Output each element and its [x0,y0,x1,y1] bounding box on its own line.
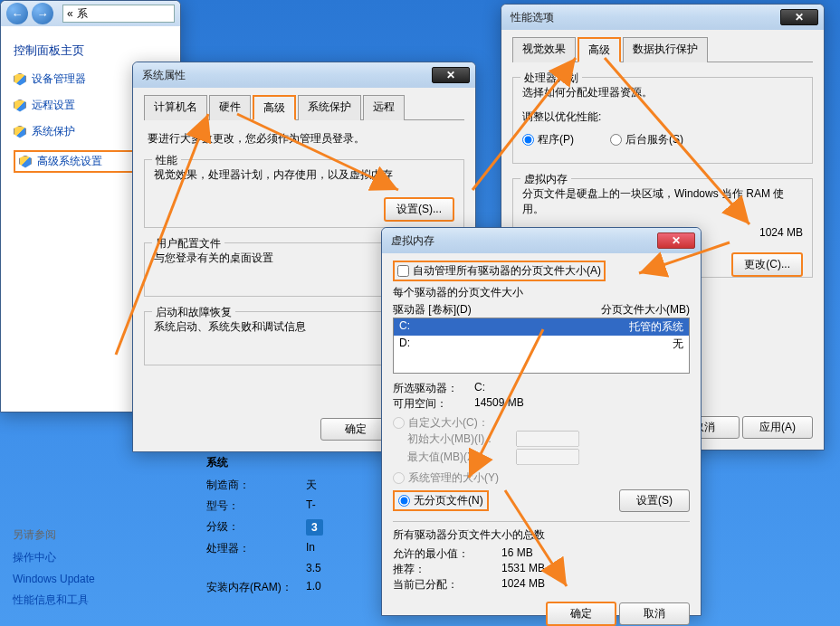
sched-adjust: 调整以优化性能: [522,109,803,125]
perfopt-apply-button[interactable]: 应用(A) [742,416,813,439]
back-button[interactable]: ← [6,3,28,24]
vmem-desc: 分页文件是硬盘上的一块区域，Windows 当作 RAM 使用。 [522,186,803,217]
sched-title: 处理器计划 [520,71,582,86]
tab-dep[interactable]: 数据执行保护 [623,37,708,62]
shield-icon [14,126,26,138]
perfopt-title: 性能选项 [511,10,780,25]
close-button[interactable]: ✕ [432,67,470,83]
perf-group-title: 性能 [152,153,181,168]
seealso-perf-info[interactable]: 性能信息和工具 [13,593,95,608]
radio-custom-size[interactable]: 自定义大小(C)： [393,415,690,431]
tab-computer-name[interactable]: 计算机名 [144,95,207,120]
selected-drive: C: [474,381,485,396]
tab-remote[interactable]: 远程 [363,95,405,120]
sysinfo-cpu-label: 处理器： [206,541,306,556]
sysinfo-heading: 系统 [206,455,378,470]
breadcrumb-chevron-icon: « [67,7,73,20]
radio-background[interactable]: 后台服务(S) [610,132,683,147]
sysinfo-manufacturer: 天 [306,478,378,493]
min-value: 16 MB [501,546,533,562]
vmdlg-ok-button[interactable]: 确定 [546,602,616,626]
admin-note: 要进行大多数更改，您必须作为管理员登录。 [148,131,461,147]
auto-manage-checkbox[interactable]: 自动管理所有驱动器的分页文件大小(A) [393,261,606,281]
cur-label: 当前已分配： [393,577,501,593]
perfopt-tabs: 视觉效果 高级 数据执行保护 [512,37,813,62]
sysprops-tabs: 计算机名 硬件 高级 系统保护 远程 [144,95,464,120]
sysinfo-cpu: In [306,541,378,556]
vmdlg-titlebar[interactable]: 虚拟内存 ✕ [382,228,701,253]
seealso-windows-update[interactable]: Windows Update [13,573,95,585]
max-size-label: 最大值(MB)(X)： [407,450,516,465]
each-drive-label: 每个驱动器的分页文件大小 [393,285,690,300]
radio-system-managed[interactable]: 系统管理的大小(Y) [393,470,690,486]
vmem-total-value: 1024 MB [759,226,803,242]
drive-column-label: 驱动器 [卷标](D) [393,302,601,318]
rec-value: 1531 MB [501,562,545,577]
seealso-action-center[interactable]: 操作中心 [13,550,95,565]
sched-desc: 选择如何分配处理器资源。 [522,85,803,100]
vmdlg-cancel-button[interactable]: 取消 [619,602,690,625]
cur-value: 1024 MB [501,577,545,593]
close-button[interactable]: ✕ [657,232,695,249]
tab-advanced[interactable]: 高级 [578,37,621,62]
forward-button[interactable]: → [32,3,53,24]
sysinfo-rating-label: 分级： [206,519,306,536]
system-info-panel: 系统 制造商：天 型号：T- 分级：3 处理器：In 3.5 安装内存(RAM)… [206,455,378,601]
breadcrumb-text: 系 [77,6,88,22]
profile-group-title: 用户配置文件 [152,236,224,251]
rec-label: 推荐： [393,562,501,577]
perf-settings-button[interactable]: 设置(S)... [384,197,454,222]
max-size-input[interactable] [516,449,579,465]
set-button[interactable]: 设置(S) [619,489,690,512]
cp-seealso: 另请参阅 操作中心 Windows Update 性能信息和工具 [13,527,95,615]
cp-nav-bar: ← → « 系 [1,1,180,26]
sysinfo-ram: 1.0 [306,580,378,595]
cp-heading: 控制面板主页 [14,43,167,59]
sysprops-ok-button[interactable]: 确定 [320,418,391,441]
sysinfo-manufacturer-label: 制造商： [206,478,306,493]
virtual-memory-dialog: 虚拟内存 ✕ 自动管理所有驱动器的分页文件大小(A) 每个驱动器的分页文件大小 … [381,227,702,616]
sysinfo-cpu2: 3.5 [306,562,378,574]
sysprops-titlebar[interactable]: 系统属性 ✕ [133,62,475,88]
drive-row-c[interactable]: C:托管的系统 [394,318,689,336]
radio-no-page-file[interactable]: 无分页文件(N) [393,490,489,511]
init-size-input[interactable] [516,431,579,447]
sysinfo-ram-label: 安装内存(RAM)： [206,580,306,595]
vmem-title: 虚拟内存 [520,172,571,187]
sysinfo-model-label: 型号： [206,498,306,514]
totals-heading: 所有驱动器分页文件大小的总数 [393,527,690,543]
perf-desc: 视觉效果，处理器计划，内存使用，以及虚拟内存 [154,167,454,183]
perfopt-titlebar[interactable]: 性能选项 ✕ [501,5,824,30]
breadcrumb-bar[interactable]: « 系 [62,5,175,23]
avail-value: 14509 MB [474,396,524,412]
tab-protection[interactable]: 系统保护 [298,95,361,120]
close-button[interactable]: ✕ [780,9,818,25]
shield-icon [14,100,26,112]
selected-drive-label: 所选驱动器： [393,381,474,396]
sysinfo-rating: 3 [306,519,323,536]
drive-listbox[interactable]: C:托管的系统 D:无 [393,318,690,374]
drive-row-d[interactable]: D:无 [394,336,689,353]
min-label: 允许的最小值： [393,546,501,562]
pagesize-column-label: 分页文件大小(MB) [601,302,690,318]
startup-group-title: 启动和故障恢复 [152,305,235,320]
vmem-change-button[interactable]: 更改(C)... [731,252,803,277]
shield-icon [14,73,26,86]
radio-programs[interactable]: 程序(P) [522,132,574,147]
tab-hardware[interactable]: 硬件 [209,95,251,120]
shield-icon [19,156,32,168]
tab-advanced[interactable]: 高级 [253,95,296,120]
avail-label: 可用空间： [393,396,474,412]
seealso-heading: 另请参阅 [13,527,95,543]
sysinfo-model: T- [306,498,378,514]
sysprops-title: 系统属性 [142,68,432,83]
tab-visual-effects[interactable]: 视觉效果 [512,37,576,62]
init-size-label: 初始大小(MB)(I)： [407,432,516,447]
vmdlg-title: 虚拟内存 [391,233,657,249]
